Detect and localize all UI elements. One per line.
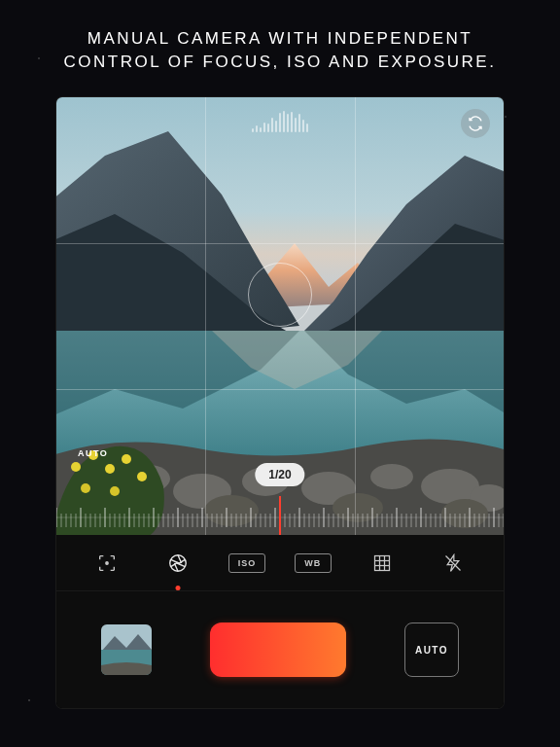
svg-rect-117	[374, 555, 389, 570]
flash-tool[interactable]	[432, 546, 474, 581]
capture-bar: AUTO	[56, 591, 504, 708]
focus-reticle[interactable]	[248, 263, 312, 327]
histogram	[252, 111, 308, 132]
svg-point-18	[137, 472, 147, 481]
svg-point-14	[71, 462, 81, 472]
active-tool-indicator	[176, 586, 181, 590]
parameter-ruler[interactable]	[56, 496, 504, 535]
app-frame: AUTO 1/20	[56, 97, 504, 708]
svg-point-19	[81, 483, 90, 493]
headline-line-2: CONTROL OF FOCUS, ISO AND EXPOSURE.	[29, 51, 531, 74]
focus-tool[interactable]	[86, 546, 128, 581]
viewfinder[interactable]: AUTO 1/20	[56, 97, 504, 535]
iso-tool[interactable]: ISO	[228, 553, 265, 573]
svg-point-16	[105, 464, 115, 474]
shutter-value-pill[interactable]: 1/20	[255, 463, 304, 486]
svg-point-20	[110, 486, 120, 496]
svg-point-115	[106, 561, 108, 563]
focus-icon	[96, 552, 118, 574]
switch-camera-button[interactable]	[461, 109, 490, 138]
last-capture-thumbnail[interactable]	[101, 624, 152, 675]
aperture-icon	[167, 552, 189, 574]
record-button[interactable]	[210, 622, 346, 677]
flash-off-icon	[443, 553, 463, 573]
svg-point-7	[370, 464, 413, 489]
headline-line-1: MANUAL CAMERA WITH INDEPENDENT	[29, 27, 531, 51]
svg-point-17	[122, 454, 131, 464]
switch-camera-icon	[468, 116, 483, 131]
shutter-tool[interactable]	[157, 546, 199, 581]
auto-mode-badge[interactable]: AUTO	[68, 444, 118, 463]
grid-tool[interactable]	[361, 546, 403, 581]
grid-icon	[372, 553, 392, 573]
white-balance-tool[interactable]: WB	[295, 553, 332, 573]
auto-mode-button[interactable]: AUTO	[404, 622, 459, 677]
promo-headline: MANUAL CAMERA WITH INDEPENDENT CONTROL O…	[0, 27, 560, 74]
parameter-toolbar: ISO WB	[56, 535, 504, 591]
ruler-needle	[279, 496, 281, 535]
